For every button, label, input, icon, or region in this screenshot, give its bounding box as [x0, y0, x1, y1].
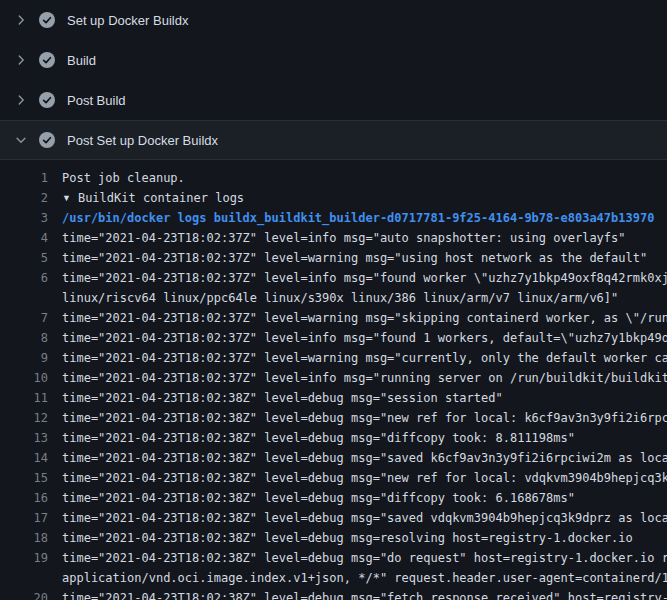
group-title: BuildKit container logs	[78, 191, 244, 205]
log-line-5[interactable]: 5time="2021-04-23T18:02:37Z" level=warni…	[0, 248, 667, 268]
step-section-set-up-docker-buildx[interactable]: Set up Docker Buildx	[0, 0, 667, 40]
log-text: time="2021-04-23T18:02:38Z" level=debug …	[48, 408, 667, 428]
log-text: time="2021-04-23T18:02:38Z" level=debug …	[48, 488, 575, 508]
triangle-down-icon[interactable]: ▼	[62, 188, 71, 208]
log-line-number[interactable]: 3	[0, 208, 48, 228]
log-line-17[interactable]: 17time="2021-04-23T18:02:38Z" level=debu…	[0, 508, 667, 528]
log-line-2[interactable]: 2▼BuildKit container logs	[0, 188, 667, 208]
log-command-text: /usr/bin/docker logs buildx_buildkit_bui…	[48, 208, 654, 228]
step-title: Set up Docker Buildx	[67, 13, 188, 28]
log-line-6[interactable]: 6time="2021-04-23T18:02:37Z" level=info …	[0, 268, 667, 288]
log-line-number[interactable]: 20	[0, 588, 48, 600]
log-line-number[interactable]: 16	[0, 488, 48, 508]
log-text: time="2021-04-23T18:02:38Z" level=debug …	[48, 428, 575, 448]
log-line-13[interactable]: 13time="2021-04-23T18:02:38Z" level=debu…	[0, 428, 667, 448]
log-line-continuation[interactable]: application/vnd.oci.image.index.v1+json,…	[0, 568, 667, 588]
log-text: time="2021-04-23T18:02:38Z" level=debug …	[48, 528, 633, 548]
log-line-number[interactable]: 10	[0, 368, 48, 388]
log-line-number[interactable]: 12	[0, 408, 48, 428]
log-line-9[interactable]: 9time="2021-04-23T18:02:37Z" level=warni…	[0, 348, 667, 368]
log-text: time="2021-04-23T18:02:38Z" level=debug …	[48, 548, 667, 568]
log-line-number[interactable]: 2	[0, 188, 48, 208]
workflow-log-viewer: Set up Docker BuildxBuildPost BuildPost …	[0, 0, 667, 600]
log-line-1[interactable]: 1Post job cleanup.	[0, 168, 667, 188]
step-list: Set up Docker BuildxBuildPost BuildPost …	[0, 0, 667, 160]
log-text: time="2021-04-23T18:02:37Z" level=warnin…	[48, 248, 647, 268]
log-line-8[interactable]: 8time="2021-04-23T18:02:37Z" level=info …	[0, 328, 667, 348]
step-section-build[interactable]: Build	[0, 40, 667, 80]
log-line-19[interactable]: 19time="2021-04-23T18:02:38Z" level=debu…	[0, 548, 667, 568]
log-line-number[interactable]: 9	[0, 348, 48, 368]
log-line-number	[0, 288, 48, 308]
check-circle-icon	[39, 92, 55, 108]
log-line-10[interactable]: 10time="2021-04-23T18:02:37Z" level=info…	[0, 368, 667, 388]
step-section-post-set-up-docker-buildx[interactable]: Post Set up Docker Buildx	[0, 120, 667, 160]
log-line-continuation[interactable]: linux/riscv64 linux/ppc64le linux/s390x …	[0, 288, 667, 308]
log-line-number[interactable]: 1	[0, 168, 48, 188]
log-text-wrapped: application/vnd.oci.image.index.v1+json,…	[48, 568, 667, 588]
log-text: time="2021-04-23T18:02:38Z" level=debug …	[48, 448, 667, 468]
chevron-right-icon	[14, 93, 30, 107]
log-area[interactable]: 1Post job cleanup.2▼BuildKit container l…	[0, 160, 667, 600]
log-line-number[interactable]: 15	[0, 468, 48, 488]
log-line-number[interactable]: 17	[0, 508, 48, 528]
log-text: time="2021-04-23T18:02:38Z" level=debug …	[48, 588, 667, 600]
chevron-right-icon	[14, 53, 30, 67]
log-line-number[interactable]: 14	[0, 448, 48, 468]
log-line-number	[0, 568, 48, 588]
log-text: time="2021-04-23T18:02:37Z" level=warnin…	[48, 348, 667, 368]
log-line-20[interactable]: 20time="2021-04-23T18:02:38Z" level=debu…	[0, 588, 667, 600]
log-line-number[interactable]: 4	[0, 228, 48, 248]
log-line-15[interactable]: 15time="2021-04-23T18:02:38Z" level=debu…	[0, 468, 667, 488]
log-line-11[interactable]: 11time="2021-04-23T18:02:38Z" level=debu…	[0, 388, 667, 408]
log-text: time="2021-04-23T18:02:37Z" level=info m…	[48, 228, 626, 248]
log-text: time="2021-04-23T18:02:38Z" level=debug …	[48, 508, 667, 528]
log-text: ▼BuildKit container logs	[48, 188, 244, 208]
log-line-number[interactable]: 6	[0, 268, 48, 288]
log-text-wrapped: linux/riscv64 linux/ppc64le linux/s390x …	[48, 288, 618, 308]
log-line-12[interactable]: 12time="2021-04-23T18:02:38Z" level=debu…	[0, 408, 667, 428]
log-text: time="2021-04-23T18:02:38Z" level=debug …	[48, 388, 503, 408]
log-line-7[interactable]: 7time="2021-04-23T18:02:37Z" level=warni…	[0, 308, 667, 328]
chevron-down-icon	[14, 133, 30, 147]
step-title: Post Set up Docker Buildx	[67, 133, 218, 148]
log-line-number[interactable]: 11	[0, 388, 48, 408]
step-section-post-build[interactable]: Post Build	[0, 80, 667, 120]
log-line-number[interactable]: 7	[0, 308, 48, 328]
log-text: time="2021-04-23T18:02:37Z" level=info m…	[48, 368, 667, 388]
check-circle-icon	[39, 132, 55, 148]
log-text: time="2021-04-23T18:02:37Z" level=info m…	[48, 268, 667, 288]
log-text: time="2021-04-23T18:02:38Z" level=debug …	[48, 468, 667, 488]
chevron-right-icon	[14, 13, 30, 27]
log-line-number[interactable]: 8	[0, 328, 48, 348]
log-text: time="2021-04-23T18:02:37Z" level=info m…	[48, 328, 667, 348]
step-title: Build	[67, 53, 96, 68]
log-line-14[interactable]: 14time="2021-04-23T18:02:38Z" level=debu…	[0, 448, 667, 468]
log-line-number[interactable]: 5	[0, 248, 48, 268]
log-line-number[interactable]: 19	[0, 548, 48, 568]
log-line-number[interactable]: 13	[0, 428, 48, 448]
step-title: Post Build	[67, 93, 126, 108]
log-line-16[interactable]: 16time="2021-04-23T18:02:38Z" level=debu…	[0, 488, 667, 508]
log-text: Post job cleanup.	[48, 168, 185, 188]
log-text: time="2021-04-23T18:02:37Z" level=warnin…	[48, 308, 667, 328]
log-line-18[interactable]: 18time="2021-04-23T18:02:38Z" level=debu…	[0, 528, 667, 548]
log-line-3[interactable]: 3/usr/bin/docker logs buildx_buildkit_bu…	[0, 208, 667, 228]
log-line-number[interactable]: 18	[0, 528, 48, 548]
log-line-4[interactable]: 4time="2021-04-23T18:02:37Z" level=info …	[0, 228, 667, 248]
check-circle-icon	[39, 52, 55, 68]
check-circle-icon	[39, 12, 55, 28]
